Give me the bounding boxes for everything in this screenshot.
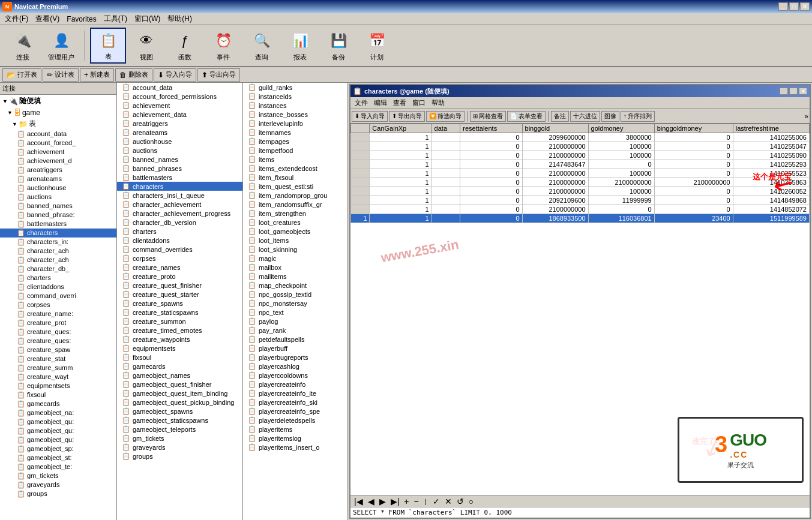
col-data[interactable]: data [432,124,460,133]
sidebar-table-7[interactable]: 📋auctions [0,193,116,202]
sidebar-table-22[interactable]: 📋creature_ques: [0,327,116,336]
right-tree-table-12[interactable]: 📋item_randomprop_grou [243,191,347,200]
right-tree-table-23[interactable]: 📋npc_gossip_textid [243,290,347,299]
sidebar-table-9[interactable]: 📋banned_phrase: [0,211,116,220]
mid-tree-table-8[interactable]: 📋banned_names [117,155,242,164]
menu-window[interactable]: 窗口(W) [131,13,164,25]
right-tree-table-16[interactable]: 📋loot_gameobjects [243,227,347,236]
right-tree-table-37[interactable]: 📋playerdeletedspells [243,416,347,425]
confirm-button[interactable]: ✓ [432,497,441,506]
mid-tree-table-28[interactable]: 📋creature_waypoints [117,335,242,344]
col-lastrefreshtime[interactable]: lastrefreshtime [733,124,809,133]
sidebar-table-4[interactable]: 📋areatriggers [0,166,116,175]
image-button[interactable]: 图像 [601,111,619,122]
sidebar-table-32[interactable]: 📋gameobject_qu: [0,417,116,426]
more-button[interactable]: » [804,112,808,121]
delete-table-button[interactable]: 🗑 删除表 [115,68,152,82]
sidebar-table-14[interactable]: 📋character_ach [0,256,116,264]
sidebar-table-29[interactable]: 📋fixsoul [0,390,116,399]
mid-tree-table-6[interactable]: 📋auctionhouse [117,137,242,146]
right-tree-table-11[interactable]: 📋item_quest_esti:sti [243,182,347,191]
right-tree-table-2[interactable]: 📋instances [243,101,347,110]
toolbar-backup[interactable]: 💾 备份 [320,28,356,64]
col-goldmoney[interactable]: goldmoney [588,124,654,133]
maximize-button[interactable]: □ [789,2,799,11]
mid-tree-table-7[interactable]: 📋auctions [117,146,242,155]
sidebar-table-16[interactable]: 📋charters [0,273,116,282]
sidebar-table-25[interactable]: 📋creature_stat [0,354,116,363]
right-tree-table-26[interactable]: 📋paylog [243,317,347,326]
right-tree-table-17[interactable]: 📋loot_items [243,236,347,245]
right-tree-table-4[interactable]: 📋interlevelupinfo [243,119,347,128]
mid-tree-table-33[interactable]: 📋gameobject_quest_finisher [117,380,242,389]
sidebar-table-15[interactable]: 📋character_db_ [0,264,116,273]
mid-tree-table-19[interactable]: 📋corpses [117,254,242,263]
design-table-button[interactable]: ✏ 设计表 [43,68,79,82]
toolbar-schedule[interactable]: 📅 计划 [359,28,395,64]
mid-tree-table-15[interactable]: 📋character_db_version [117,218,242,227]
mid-tree-table-9[interactable]: 📋banned_phrases [117,164,242,173]
inner-close-button[interactable]: ✕ [799,88,807,95]
export-wizard-inner-button[interactable]: ⬆ 导出向导 [389,111,425,122]
inner-maximize-button[interactable]: □ [789,88,798,95]
note-button[interactable]: 备注 [551,111,569,122]
right-tree-table-18[interactable]: 📋loot_skinning [243,245,347,254]
sidebar-table-13[interactable]: 📋character_ach [0,247,116,256]
sidebar-table-10[interactable]: 📋battlemasters [0,220,116,229]
col-cangainxp[interactable]: CanGainXp [370,124,432,133]
sidebar-table-24[interactable]: 📋creature_spaw [0,345,116,354]
right-tree-table-3[interactable]: 📋instance_bosses [243,110,347,119]
right-tree-table-25[interactable]: 📋npc_text [243,308,347,317]
sidebar-table-3[interactable]: 📋achievement_d [0,157,116,166]
mid-tree-table-17[interactable]: 📋clientaddons [117,236,242,245]
sidebar-table-35[interactable]: 📋gameobject_sp: [0,444,116,453]
right-tree-table-13[interactable]: 📋item_randomsuffix_gr [243,200,347,209]
sidebar-table-40[interactable]: 📋groups [0,489,116,498]
sidebar-table-26[interactable]: 📋creature_summ [0,363,116,372]
nav-first-button[interactable]: |◀ [353,497,364,506]
nav-prev-button[interactable]: ◀ [367,497,376,506]
right-tree-table-7[interactable]: 📋itempetfood [243,146,347,155]
sidebar-table-34[interactable]: 📋gameobject_qu: [0,435,116,444]
table-section[interactable]: ▼ 📁 表 [0,118,116,130]
right-tree-table-6[interactable]: 📋itempages [243,137,347,146]
close-button[interactable]: ✕ [800,2,810,11]
right-tree-table-31[interactable]: 📋playercashlog [243,362,347,371]
right-tree-table-27[interactable]: 📋pay_rank [243,326,347,335]
mid-tree-table-5[interactable]: 📋arenateams [117,128,242,137]
table-row[interactable]: 1 0 2100000000 2100000000 2100000000 141… [351,178,810,187]
right-tree-table-28[interactable]: 📋petdefaultspells [243,335,347,344]
mid-tree-table-32[interactable]: 📋gameobject_names [117,371,242,380]
right-tree-table-24[interactable]: 📋npc_monstersay [243,299,347,308]
sidebar-table-18[interactable]: 📋command_overri [0,291,116,300]
mid-tree-table-26[interactable]: 📋creature_summon [117,317,242,326]
mid-tree-table-29[interactable]: 📋equipmentsets [117,344,242,353]
data-grid-container[interactable]: CanGainXp data resettalents binggold gol… [350,124,810,495]
open-table-button[interactable]: 📂 打开表 [2,68,41,82]
table-row[interactable]: 1 0 2100000000 100000 0 1410260052 [351,187,810,196]
menu-tools[interactable]: 工具(T) [100,13,131,25]
sidebar-table-38[interactable]: 📋gm_tickets [0,471,116,480]
right-tree-table-38[interactable]: 📋playeritems [243,425,347,434]
right-tree-table-36[interactable]: 📋playercreateinfo_spe [243,407,347,416]
nav-next-button[interactable]: ▶| [389,497,401,506]
mid-tree-table-34[interactable]: 📋gameobject_quest_item_binding [117,389,242,398]
mid-tree-table-31[interactable]: 📋gamecards [117,362,242,371]
sidebar-table-17[interactable]: 📋clientaddons [0,282,116,291]
mid-tree-table-27[interactable]: 📋creature_timed_emotes [117,326,242,335]
sidebar-table-0[interactable]: 📋account_data [0,130,116,139]
sidebar-table-8[interactable]: 📋banned_names [0,202,116,211]
sidebar-table-36[interactable]: 📋gameobject_st: [0,453,116,462]
sidebar-table-5[interactable]: 📋arenateams [0,175,116,184]
mid-tree-table-25[interactable]: 📋creature_staticspawns [117,308,242,317]
menu-help[interactable]: 帮助(H) [164,13,196,25]
right-tree-table-20[interactable]: 📋mailbox [243,263,347,272]
toolbar-function[interactable]: ƒ 函数 [167,28,203,64]
mid-tree-table-35[interactable]: 📋gameobject_quest_pickup_binding [117,398,242,407]
connection-root[interactable]: ▼ 🔌 随便填 [0,95,116,107]
toolbar-event[interactable]: ⏰ 事件 [205,28,241,64]
inner-minimize-button[interactable]: _ [780,88,788,95]
sidebar-table-23[interactable]: 📋creature_ques: [0,336,116,345]
toolbar-manage-users[interactable]: 👤 管理用户 [43,28,79,64]
db-game[interactable]: ▼ 🗄 game [0,107,116,118]
